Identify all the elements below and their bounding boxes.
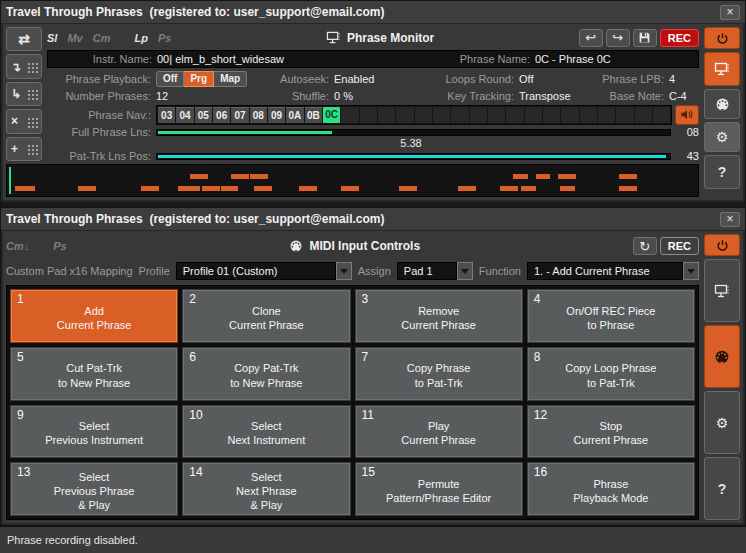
mode-cm-toggle[interactable]: Cm↓ (6, 240, 29, 252)
full-phrase-lns-slider[interactable] (156, 129, 671, 136)
rec-button[interactable]: REC (660, 29, 699, 47)
phrase-nav-slot-empty[interactable] (506, 107, 523, 123)
pad-button-6[interactable]: 6Copy Pat-Trk to New Phrase (182, 347, 350, 401)
pad-button-4[interactable]: 4On/Off REC Piece to Phrase (527, 289, 695, 343)
phrase-nav-slot-empty[interactable] (488, 107, 505, 123)
phrase-nav-slot-07[interactable]: 07 (231, 107, 248, 123)
phrase-nav-slot-0B[interactable]: 0B (305, 107, 322, 123)
playback-off-button[interactable]: Off (156, 71, 184, 87)
export-to-grid-button[interactable]: ↴ (6, 54, 42, 78)
pad-button-8[interactable]: 8Copy Loop Phrase to Pat-Trk (527, 347, 695, 401)
help-button[interactable]: ? (704, 457, 740, 520)
sync-button[interactable]: ↻ (633, 237, 657, 255)
delete-x-icon: × (11, 114, 18, 128)
phrase-nav-slot-empty[interactable] (451, 107, 468, 123)
pad-label: Cut Pat-Trk to New Phrase (58, 357, 130, 390)
pad-button-3[interactable]: 3Remove Current Phrase (355, 289, 523, 343)
power-button[interactable] (704, 234, 740, 256)
phrase-nav-slot-04[interactable]: 04 (176, 107, 193, 123)
pad-button-2[interactable]: 2Clone Current Phrase (182, 289, 350, 343)
assign-dropdown-button[interactable] (457, 262, 473, 280)
mode-lp-toggle[interactable]: Lp (134, 32, 147, 44)
pad-button-12[interactable]: 12Stop Current Phrase (527, 405, 695, 459)
phrase-nav-slot-empty[interactable] (543, 107, 560, 123)
phrase-nav-slot-empty[interactable] (580, 107, 597, 123)
phrase-lpb-value[interactable]: 4 (664, 73, 675, 85)
mode-ps-toggle[interactable]: Ps (158, 32, 171, 44)
phrase-nav-slot-empty[interactable] (378, 107, 395, 123)
pat-trk-lns-pos-slider[interactable] (156, 153, 671, 160)
pad-button-9[interactable]: 9Select Previous Instrument (10, 405, 178, 459)
pad-button-16[interactable]: 16Phrase Playback Mode (527, 462, 695, 516)
save-button[interactable] (633, 29, 657, 47)
pad-button-7[interactable]: 7Copy Phrase to Pat-Trk (355, 347, 523, 401)
phrase-nav-slot-empty[interactable] (396, 107, 413, 123)
loops-round-value[interactable]: Off (514, 73, 533, 85)
phrase-monitor-tab[interactable] (704, 259, 740, 322)
instr-name-value[interactable]: 00| elm_b_short_widesaw (152, 53, 460, 65)
pad-button-14[interactable]: 14Select Next Phrase & Play (182, 462, 350, 516)
phrase-nav-slot-empty[interactable] (653, 107, 670, 123)
phrase-nav-slot-03[interactable]: 03 (158, 107, 175, 123)
pad-button-5[interactable]: 5Cut Pat-Trk to New Phrase (10, 347, 178, 401)
phrase-nav-slot-empty[interactable] (341, 107, 358, 123)
mode-mv-toggle[interactable]: Mv (67, 32, 82, 44)
phrase-nav-slot-empty[interactable] (561, 107, 578, 123)
base-note-value[interactable]: C-4 (664, 90, 687, 102)
pad-button-11[interactable]: 11Play Current Phrase (355, 405, 523, 459)
close-icon[interactable]: × (720, 5, 740, 20)
phrase-nav-slot-09[interactable]: 09 (268, 107, 285, 123)
pad-button-15[interactable]: 15Permute Pattern/Phrase Editor (355, 462, 523, 516)
help-button[interactable]: ? (704, 155, 740, 189)
undo-button[interactable]: ↩ (579, 29, 603, 47)
function-select[interactable]: 1. - Add Current Phrase (527, 262, 683, 280)
phrase-nav-slot-empty[interactable] (635, 107, 652, 123)
phrase-monitor-tab[interactable] (704, 52, 740, 86)
profile-select[interactable]: Profile 01 (Custom) (176, 262, 336, 280)
phrase-nav-slot-08[interactable]: 08 (250, 107, 267, 123)
settings-tab[interactable]: ⚙ (704, 122, 740, 152)
pad-button-10[interactable]: 10Select Next Instrument (182, 405, 350, 459)
phrase-name-value[interactable]: 0C - Phrase 0C (530, 53, 698, 65)
phrase-nav-slot-empty[interactable] (525, 107, 542, 123)
key-tracking-value[interactable]: Transpose (514, 90, 571, 102)
midi-controls-tab[interactable] (704, 325, 740, 388)
swap-phrases-button[interactable]: ⇄ (6, 27, 42, 51)
titlebar[interactable]: Travel Through Phrases (registered to: u… (1, 1, 745, 24)
pad-button-1[interactable]: 1Add Current Phrase (10, 289, 178, 343)
midi-controls-tab[interactable] (704, 89, 740, 119)
phrase-nav-slot-empty[interactable] (360, 107, 377, 123)
phrase-nav-slot-empty[interactable] (415, 107, 432, 123)
redo-button[interactable]: ↪ (606, 29, 630, 47)
import-to-grid-button[interactable]: ↳ (6, 82, 42, 106)
rec-button[interactable]: REC (660, 237, 699, 255)
phrase-nav-slot-05[interactable]: 05 (195, 107, 212, 123)
settings-tab[interactable]: ⚙ (704, 391, 740, 454)
power-button[interactable] (704, 27, 740, 49)
phrase-nav-slot-0A[interactable]: 0A (286, 107, 303, 123)
phrase-nav-slot-06[interactable]: 06 (213, 107, 230, 123)
profile-dropdown-button[interactable] (336, 262, 352, 280)
mode-ps-toggle[interactable]: Ps (53, 240, 66, 252)
delete-grid-button[interactable]: × (6, 109, 42, 133)
phrase-nav-slot-empty[interactable] (470, 107, 487, 123)
function-dropdown-button[interactable] (683, 262, 699, 280)
titlebar[interactable]: Travel Through Phrases (registered to: u… (1, 208, 745, 231)
monitor-icon (714, 284, 730, 298)
phrase-nav-slot-empty[interactable] (433, 107, 450, 123)
playback-map-button[interactable]: Map (214, 71, 247, 87)
close-icon[interactable]: × (720, 212, 740, 227)
autoseek-value[interactable]: Enabled (329, 73, 374, 85)
playback-prg-button[interactable]: Prg (184, 71, 214, 87)
phrase-nav-slot-empty[interactable] (616, 107, 633, 123)
audition-button[interactable] (675, 105, 699, 125)
phrase-nav-slot-0C[interactable]: 0C (323, 107, 340, 123)
phrase-nav-slot-empty[interactable] (598, 107, 615, 123)
assign-select[interactable]: Pad 1 (397, 262, 457, 280)
mode-cm-toggle[interactable]: Cm (93, 32, 111, 44)
note-block (231, 174, 249, 179)
shuffle-value[interactable]: 0 % (329, 90, 353, 102)
add-grid-button[interactable]: + (6, 137, 42, 161)
mode-sl-toggle[interactable]: Sl (47, 32, 57, 44)
pad-button-13[interactable]: 13Select Previous Phrase & Play (10, 462, 178, 516)
